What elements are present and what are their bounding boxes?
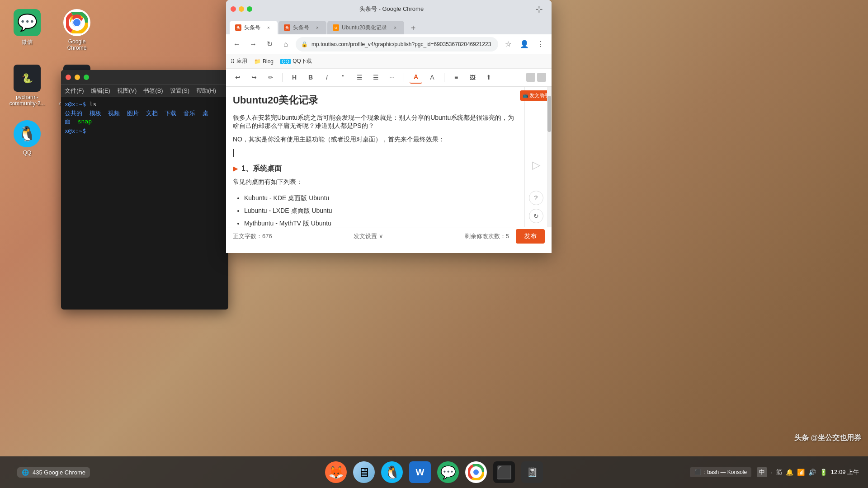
highlight-btn[interactable]: A <box>426 71 439 84</box>
ime2-indicator[interactable]: · <box>771 469 773 476</box>
desktop-icon-pycharm1[interactable]: 🐍 pycharm-community-2... <box>9 65 45 107</box>
unordered-list-btn[interactable]: ☰ <box>353 71 366 84</box>
tab3-label: Ubuntu20美化记录 <box>342 24 387 32</box>
bookmark-blog[interactable]: 📁 Blog <box>254 58 274 65</box>
chrome-min-btn[interactable] <box>239 6 244 12</box>
desktop-icon-chrome[interactable]: Google Chrome <box>59 9 95 51</box>
toolbar-scroll-left[interactable] <box>526 73 535 82</box>
taskbar-qq-btn[interactable]: 🐧 <box>381 461 403 483</box>
heading-btn[interactable]: H <box>288 71 301 84</box>
undo-btn[interactable]: ↩ <box>231 71 244 84</box>
qq-icon: 🐧 <box>14 120 41 147</box>
redo-btn[interactable]: ↪ <box>248 71 260 84</box>
editor-scrollbar[interactable] <box>547 87 552 227</box>
bookmark-btn[interactable]: ☆ <box>502 38 514 51</box>
qq-download-label: QQ下载 <box>292 57 312 65</box>
help-icon[interactable]: ? <box>529 191 543 205</box>
eraser-btn[interactable]: ✏ <box>264 71 277 84</box>
url-text: mp.toutiao.com/profile_v4/graphic/publis… <box>311 41 491 47</box>
section-intro: 常见的桌面有如下列表： <box>233 178 518 186</box>
upload-btn[interactable]: ⬆ <box>482 71 495 84</box>
chrome-window: 头条号 - Google Chrome ⊹ 头 头条号 × 头 头条号 × <box>226 0 552 253</box>
side-panel: 📺 发文助手 ▷ ? ↻ <box>524 87 547 227</box>
desktop-icon-qq[interactable]: 🐧 QQ <box>9 120 45 162</box>
font-color-btn[interactable]: A <box>410 71 422 84</box>
address-bar[interactable]: 🔒 mp.toutiao.com/profile_v4/graphic/publ… <box>296 37 498 52</box>
chrome-tab-3[interactable]: U Ubuntu20美化记录 × <box>327 21 404 34</box>
refresh-btn[interactable]: ↻ <box>263 38 276 51</box>
konsole-ls-output: 公共的 模板 视频 图片 文档 下载 音乐 桌面 snap <box>65 109 225 126</box>
konsole-menu-file[interactable]: 文件(F) <box>65 87 84 95</box>
taskbar-wps-btn[interactable]: W <box>409 461 431 483</box>
section-1-title: 1、系统桌面 <box>241 164 282 174</box>
bookmark-apps[interactable]: ⠿ 应用 <box>231 57 247 65</box>
konsole-menu-edit[interactable]: 编辑(E) <box>91 87 110 95</box>
ime-indicator[interactable]: 中 <box>757 467 767 477</box>
taskbar-terminal-btn[interactable]: ⬛ <box>493 461 515 483</box>
konsole-menu-help[interactable]: 帮助(H) <box>196 87 216 95</box>
notification-icon[interactable]: 🔔 <box>786 469 793 476</box>
konsole-line-ls: x@x:~$ ls <box>65 101 225 108</box>
editor-cursor-line[interactable] <box>233 149 518 157</box>
taskbar-chrome-btn[interactable] <box>465 461 487 483</box>
section-arrow-icon: ▶ <box>233 165 238 172</box>
quote-btn[interactable]: " <box>337 71 349 84</box>
list-item-2: Lubuntu - LXDE 桌面版 Ubuntu <box>244 204 518 217</box>
taskbar-firefox-btn[interactable]: 🦊 <box>325 461 347 483</box>
profile-btn[interactable]: 👤 <box>518 38 531 51</box>
forward-btn[interactable]: → <box>247 38 259 51</box>
tab2-close-btn[interactable]: × <box>314 24 321 31</box>
keyboard-icon[interactable]: 筋 <box>776 468 782 476</box>
desktop-icon-wechat[interactable]: 💬 微信 <box>9 9 45 51</box>
lock-icon: 🔒 <box>301 41 308 47</box>
konsole-max-btn[interactable] <box>84 75 89 80</box>
taskbar-wechat-btn[interactable]: 💬 <box>437 461 459 483</box>
back-btn[interactable]: ← <box>231 38 243 51</box>
footer-right: 剩余修改次数：5 发布 <box>465 229 545 244</box>
tab1-close-btn[interactable]: × <box>265 24 272 31</box>
italic-btn[interactable]: I <box>321 71 333 84</box>
list-item-3: Mythbuntu - MythTV 版 Ubuntu <box>244 217 518 227</box>
align-btn[interactable]: ≡ <box>450 71 462 84</box>
konsole-close-btn[interactable] <box>66 75 71 80</box>
image-insert-btn[interactable]: 🖼 <box>466 71 479 84</box>
editor-para-1[interactable]: 很多人在安装完Ubuntu系统之后可能会发现一个现象就是：别人分享的Ubuntu… <box>233 114 518 130</box>
editor-scroll-area: Ubuntu20美化记录 很多人在安装完Ubuntu系统之后可能会发现一个现象就… <box>226 87 524 227</box>
active-chrome-app[interactable]: 🌐 435 Google Chrome <box>17 467 90 478</box>
battery-icon: 🔋 <box>820 469 827 476</box>
bookmark-qq[interactable]: QQ QQ下载 <box>280 57 312 65</box>
toolbar-right <box>526 73 546 82</box>
taskbar-finder-btn[interactable]: 🖥 <box>353 461 375 483</box>
terminal-label: : bash — Konsole <box>704 469 747 475</box>
refresh-icon[interactable]: ↻ <box>529 209 543 223</box>
konsole-menu-settings[interactable]: 设置(S) <box>170 87 189 95</box>
ordered-list-btn[interactable]: ☰ <box>369 71 382 84</box>
desktop-list: Kubuntu - KDE 桌面版 Ubuntu Lubuntu - LXDE … <box>233 192 518 227</box>
chrome-icon <box>63 9 90 36</box>
terminal-taskbar-item[interactable]: ⬛ : bash — Konsole <box>690 467 751 477</box>
more-btn[interactable]: ··· <box>386 71 398 84</box>
taskbar: 🌐 435 Google Chrome 🦊 🖥 🐧 W 💬 ⬛ 📓 <box>0 456 868 488</box>
taskbar-notes-btn[interactable]: 📓 <box>521 461 543 483</box>
bold-btn[interactable]: B <box>304 71 317 84</box>
chrome-max-btn[interactable] <box>247 6 252 12</box>
home-btn[interactable]: ⌂ <box>279 38 292 51</box>
volume-icon[interactable]: 🔊 <box>808 469 816 476</box>
konsole-menu-bookmarks[interactable]: 书签(B) <box>143 87 163 95</box>
tab3-close-btn[interactable]: × <box>392 24 399 31</box>
chrome-tab-2[interactable]: 头 头条号 × <box>278 21 326 34</box>
chrome-close-btn[interactable] <box>231 6 236 12</box>
konsole-menubar: 文件(F) 编辑(E) 视图(V) 书签(B) 设置(S) 帮助(H) <box>61 84 228 97</box>
konsole-min-btn[interactable] <box>75 75 80 80</box>
editor-title: Ubuntu20美化记录 <box>233 94 518 107</box>
chrome-tab-1[interactable]: 头 头条号 × <box>230 21 278 34</box>
publish-btn[interactable]: 发布 <box>516 229 545 244</box>
publish-settings-btn[interactable]: 发文设置 ∨ <box>354 232 383 240</box>
editor-para-2[interactable]: NO，其实是你没有使用主题功能（或者没用对桌面），首先来个最终效果： <box>233 136 518 144</box>
chrome-titlebar: 头条号 - Google Chrome ⊹ <box>226 0 552 18</box>
konsole-menu-view[interactable]: 视图(V) <box>117 87 137 95</box>
assistant-icon: 📺 <box>523 93 528 98</box>
new-tab-btn[interactable]: + <box>407 22 420 34</box>
toolbar-scroll-right[interactable] <box>537 73 546 82</box>
menu-btn[interactable]: ⋮ <box>534 38 547 51</box>
